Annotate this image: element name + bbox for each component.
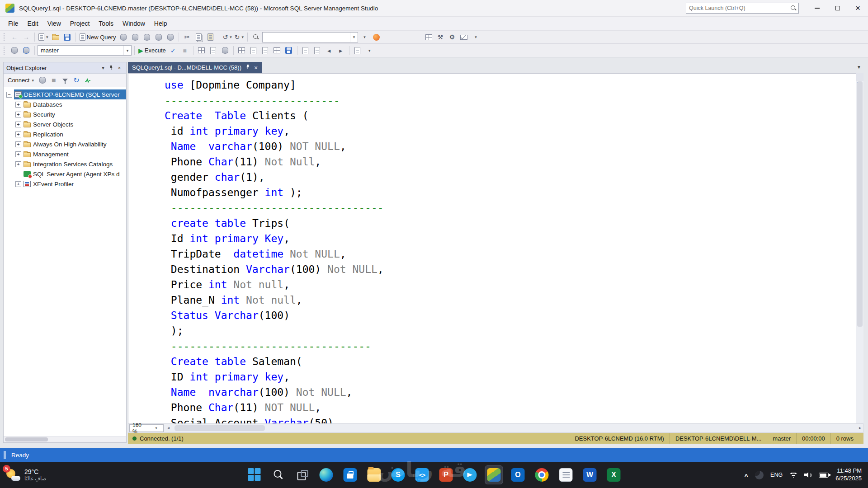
tree-item-always-on-high-availability[interactable]: +Always On High Availability: [4, 139, 126, 149]
pin-icon[interactable]: [107, 64, 115, 72]
toolbar-grip[interactable]: [4, 33, 6, 41]
scrollbar-thumb[interactable]: [5, 437, 48, 441]
editor-vscrollbar[interactable]: [856, 73, 863, 423]
minimize-button[interactable]: [807, 0, 827, 16]
toolbar-overflow-button[interactable]: ▾: [470, 32, 481, 42]
maximize-button[interactable]: [827, 0, 848, 16]
tree-item-sql-server-agent-agent-xps-d[interactable]: SQL Server Agent (Agent XPs d: [4, 169, 126, 179]
tree-item-integration-services-catalogs[interactable]: +Integration Services Catalogs: [4, 159, 126, 169]
quick-launch-input[interactable]: [686, 5, 788, 11]
connect-button[interactable]: Connect▾: [6, 76, 36, 84]
navigate-forward-button[interactable]: →: [21, 32, 32, 42]
scrollbar-thumb[interactable]: [857, 81, 863, 327]
tab-pin-icon[interactable]: [245, 64, 250, 71]
clock[interactable]: 11:48 PM 6/25/2025: [835, 467, 862, 483]
dax-query-icon[interactable]: [165, 32, 176, 42]
include-actual-plan-icon[interactable]: [236, 45, 247, 56]
volume-icon[interactable]: [804, 472, 812, 479]
taskbar-icon-skype[interactable]: S: [389, 465, 407, 484]
filter-icon[interactable]: [61, 76, 70, 85]
code-area[interactable]: use [Dopmine Company]-------------------…: [128, 74, 863, 423]
scroll-left-icon[interactable]: ◂: [167, 425, 170, 430]
tree-item-xevent-profiler[interactable]: +XEvent Profiler: [4, 179, 126, 189]
database-combo-arrow[interactable]: ▾: [123, 46, 131, 55]
expand-icon[interactable]: +: [15, 102, 21, 108]
scroll-right-icon[interactable]: ▸: [859, 425, 861, 430]
cut-icon[interactable]: ✂: [182, 32, 193, 42]
undo-button[interactable]: ↺▾: [222, 32, 233, 42]
dmx-query-icon[interactable]: [142, 32, 152, 42]
activity-monitor-grid-icon[interactable]: [423, 32, 434, 42]
toolbar-options-chevron[interactable]: ▾: [359, 32, 370, 42]
menu-item-window[interactable]: Window: [118, 18, 150, 29]
taskbar-icon-excel[interactable]: X: [605, 465, 623, 484]
disconnect-icon[interactable]: [38, 76, 47, 85]
expand-icon[interactable]: +: [15, 141, 21, 147]
comment-icon[interactable]: [300, 45, 311, 56]
menu-item-view[interactable]: View: [43, 18, 66, 29]
client-statistics-icon[interactable]: [248, 45, 259, 56]
editor-surface[interactable]: use [Dopmine Company]-------------------…: [128, 73, 863, 423]
new-query-button[interactable]: New Query: [79, 32, 117, 42]
object-explorer-hscrollbar[interactable]: [4, 436, 126, 442]
stop-icon[interactable]: ■: [49, 76, 58, 85]
tab-close-icon[interactable]: ×: [254, 64, 258, 71]
database-engine-query-icon[interactable]: [118, 32, 129, 42]
tree-item-management[interactable]: +Management: [4, 149, 126, 159]
taskbar-icon-search[interactable]: [269, 465, 288, 484]
tools-icon[interactable]: ⚒: [435, 32, 446, 42]
taskbar-icon-powerpoint[interactable]: P: [437, 465, 455, 484]
copy-icon[interactable]: [193, 32, 204, 42]
parse-icon[interactable]: ✓: [168, 45, 179, 56]
tab-list-dropdown-icon[interactable]: ▼: [857, 65, 861, 70]
taskbar-icon-file-explorer[interactable]: [365, 465, 383, 484]
menu-item-file[interactable]: File: [4, 18, 23, 29]
estimated-plan-icon[interactable]: [196, 45, 207, 56]
menu-item-tools[interactable]: Tools: [94, 18, 118, 29]
taskbar-icon-outlook[interactable]: O: [509, 465, 527, 484]
feedback-mail-icon[interactable]: [458, 32, 469, 42]
taskbar-icon-edge[interactable]: [317, 465, 335, 484]
cancel-query-icon[interactable]: ■: [179, 45, 190, 56]
activity-monitor-icon[interactable]: [83, 76, 92, 85]
find-icon[interactable]: [250, 32, 261, 42]
scrollbar-thumb[interactable]: [175, 425, 265, 431]
taskbar-icon-ssms[interactable]: [485, 465, 503, 484]
menu-item-project[interactable]: Project: [66, 18, 94, 29]
expand-icon[interactable]: +: [15, 122, 21, 127]
save-button[interactable]: [62, 32, 73, 42]
taskbar-icon-word[interactable]: W: [581, 465, 599, 484]
quick-launch-box[interactable]: [686, 3, 799, 14]
hidden-icons-chevron[interactable]: ^: [744, 473, 748, 480]
toolbar-grip[interactable]: [4, 47, 6, 55]
taskbar-icon-telegram[interactable]: [461, 465, 479, 484]
search-icon[interactable]: [788, 5, 798, 11]
taskbar-icon-notepad[interactable]: [557, 465, 575, 484]
object-explorer-header[interactable]: Object Explorer ▾ ×: [4, 62, 126, 74]
language-indicator[interactable]: ENG: [770, 472, 783, 478]
expand-icon[interactable]: +: [15, 112, 21, 117]
expand-icon[interactable]: +: [15, 131, 21, 137]
weather-widget[interactable]: 5 29°C صافٍ غالبًا: [6, 468, 46, 482]
expand-icon[interactable]: +: [15, 161, 21, 167]
tree-item-desktop-6lcnemd-sql-server[interactable]: −DESKTOP-6LCNEMD (SQL Server: [4, 89, 126, 99]
find-combo[interactable]: ▾: [262, 32, 358, 42]
open-file-button[interactable]: [50, 32, 61, 42]
close-icon[interactable]: ×: [115, 64, 123, 72]
taskbar-icon-start[interactable]: [245, 465, 264, 484]
sqlcmd-mode-icon[interactable]: [352, 45, 363, 56]
window-position-icon[interactable]: ▾: [99, 64, 107, 72]
new-project-button[interactable]: ▾: [38, 32, 49, 42]
change-connection-icon[interactable]: [21, 45, 32, 56]
navigate-back-button[interactable]: ←: [9, 32, 20, 42]
decrease-indent-icon[interactable]: ◂: [324, 45, 335, 56]
toolbar-overflow-button[interactable]: ▾: [364, 45, 375, 56]
intellisense-icon[interactable]: [220, 45, 231, 56]
connect-icon[interactable]: [9, 45, 20, 56]
expand-icon[interactable]: +: [15, 181, 21, 187]
taskbar-icon-vscode[interactable]: <>: [413, 465, 431, 484]
splitter-handle[interactable]: [856, 73, 863, 80]
web-browser-icon[interactable]: [371, 32, 382, 42]
battery-icon[interactable]: [819, 473, 829, 478]
close-button[interactable]: ×: [848, 0, 868, 16]
